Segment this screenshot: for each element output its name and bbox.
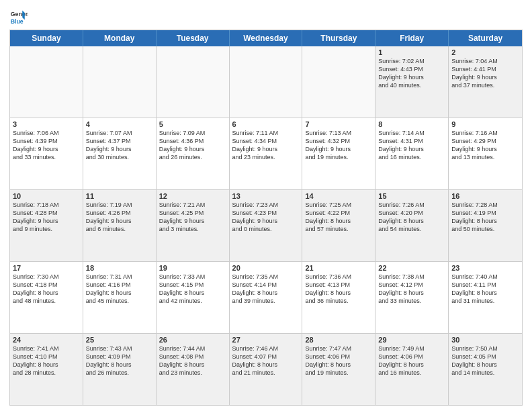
empty-cell-0-0 <box>10 46 83 118</box>
day-cell-11: 11Sunrise: 7:19 AM Sunset: 4:26 PM Dayli… <box>83 190 157 261</box>
day-cell-7: 7Sunrise: 7:13 AM Sunset: 4:32 PM Daylig… <box>302 118 375 189</box>
header-day-monday: Monday <box>83 30 157 46</box>
day-cell-14: 14Sunrise: 7:25 AM Sunset: 4:22 PM Dayli… <box>302 190 375 261</box>
day-cell-9: 9Sunrise: 7:16 AM Sunset: 4:29 PM Daylig… <box>449 118 522 189</box>
day-info: Sunrise: 7:38 AM Sunset: 4:12 PM Dayligh… <box>378 273 445 306</box>
day-cell-12: 12Sunrise: 7:21 AM Sunset: 4:25 PM Dayli… <box>157 190 230 261</box>
svg-text:General: General <box>11 11 28 17</box>
day-info: Sunrise: 7:30 AM Sunset: 4:18 PM Dayligh… <box>13 273 80 306</box>
calendar-header: SundayMondayTuesdayWednesdayThursdayFrid… <box>10 30 522 46</box>
day-cell-13: 13Sunrise: 7:23 AM Sunset: 4:23 PM Dayli… <box>230 190 303 261</box>
day-number: 6 <box>232 120 300 128</box>
day-cell-15: 15Sunrise: 7:26 AM Sunset: 4:20 PM Dayli… <box>375 190 449 261</box>
page: General Blue SundayMondayTuesdayWednesda… <box>0 0 532 411</box>
day-number: 11 <box>86 192 153 200</box>
day-info: Sunrise: 7:07 AM Sunset: 4:37 PM Dayligh… <box>86 129 153 162</box>
day-cell-22: 22Sunrise: 7:38 AM Sunset: 4:12 PM Dayli… <box>375 262 449 333</box>
calendar-body: 1Sunrise: 7:02 AM Sunset: 4:43 PM Daylig… <box>10 46 522 405</box>
day-number: 12 <box>159 192 226 200</box>
day-info: Sunrise: 7:18 AM Sunset: 4:28 PM Dayligh… <box>13 201 80 234</box>
svg-text:Blue: Blue <box>11 18 24 25</box>
day-info: Sunrise: 7:43 AM Sunset: 4:09 PM Dayligh… <box>86 345 153 377</box>
day-number: 3 <box>13 120 80 128</box>
day-info: Sunrise: 7:49 AM Sunset: 4:06 PM Dayligh… <box>378 345 445 377</box>
day-number: 10 <box>13 192 80 200</box>
day-info: Sunrise: 7:06 AM Sunset: 4:39 PM Dayligh… <box>13 129 80 162</box>
empty-cell-0-1 <box>83 46 157 118</box>
day-cell-16: 16Sunrise: 7:28 AM Sunset: 4:19 PM Dayli… <box>449 190 522 261</box>
day-info: Sunrise: 7:50 AM Sunset: 4:05 PM Dayligh… <box>451 345 519 377</box>
day-number: 15 <box>378 192 445 200</box>
logo-icon: General Blue <box>9 8 28 27</box>
day-number: 28 <box>305 336 372 344</box>
day-number: 2 <box>451 48 519 56</box>
day-cell-25: 25Sunrise: 7:43 AM Sunset: 4:09 PM Dayli… <box>83 334 157 405</box>
calendar-row-2: 10Sunrise: 7:18 AM Sunset: 4:28 PM Dayli… <box>10 189 522 261</box>
header-day-saturday: Saturday <box>449 30 522 46</box>
day-info: Sunrise: 7:04 AM Sunset: 4:41 PM Dayligh… <box>451 57 519 90</box>
day-number: 20 <box>232 264 300 272</box>
day-number: 5 <box>159 120 226 128</box>
day-info: Sunrise: 7:23 AM Sunset: 4:23 PM Dayligh… <box>232 201 300 234</box>
day-number: 22 <box>378 264 445 272</box>
day-number: 23 <box>451 264 519 272</box>
header-day-wednesday: Wednesday <box>230 30 303 46</box>
day-cell-4: 4Sunrise: 7:07 AM Sunset: 4:37 PM Daylig… <box>83 118 157 189</box>
day-number: 8 <box>378 120 445 128</box>
day-info: Sunrise: 7:41 AM Sunset: 4:10 PM Dayligh… <box>13 345 80 377</box>
day-info: Sunrise: 7:11 AM Sunset: 4:34 PM Dayligh… <box>232 129 300 162</box>
calendar-row-3: 17Sunrise: 7:30 AM Sunset: 4:18 PM Dayli… <box>10 261 522 333</box>
day-number: 14 <box>305 192 372 200</box>
day-cell-2: 2Sunrise: 7:04 AM Sunset: 4:41 PM Daylig… <box>449 46 522 118</box>
day-cell-20: 20Sunrise: 7:35 AM Sunset: 4:14 PM Dayli… <box>230 262 303 333</box>
day-number: 26 <box>159 336 226 344</box>
day-number: 9 <box>451 120 519 128</box>
day-cell-1: 1Sunrise: 7:02 AM Sunset: 4:43 PM Daylig… <box>375 46 449 118</box>
logo: General Blue <box>9 8 31 27</box>
day-cell-6: 6Sunrise: 7:11 AM Sunset: 4:34 PM Daylig… <box>230 118 303 189</box>
day-cell-10: 10Sunrise: 7:18 AM Sunset: 4:28 PM Dayli… <box>10 190 83 261</box>
day-cell-29: 29Sunrise: 7:49 AM Sunset: 4:06 PM Dayli… <box>375 334 449 405</box>
day-info: Sunrise: 7:02 AM Sunset: 4:43 PM Dayligh… <box>378 57 445 90</box>
day-cell-3: 3Sunrise: 7:06 AM Sunset: 4:39 PM Daylig… <box>10 118 83 189</box>
day-cell-24: 24Sunrise: 7:41 AM Sunset: 4:10 PM Dayli… <box>10 334 83 405</box>
day-number: 25 <box>86 336 153 344</box>
day-info: Sunrise: 7:14 AM Sunset: 4:31 PM Dayligh… <box>378 129 445 162</box>
header-day-sunday: Sunday <box>10 30 83 46</box>
day-info: Sunrise: 7:33 AM Sunset: 4:15 PM Dayligh… <box>159 273 226 306</box>
header-row: General Blue <box>9 7 523 27</box>
day-cell-23: 23Sunrise: 7:40 AM Sunset: 4:11 PM Dayli… <box>449 262 522 333</box>
calendar-row-0: 1Sunrise: 7:02 AM Sunset: 4:43 PM Daylig… <box>10 46 522 118</box>
empty-cell-0-2 <box>157 46 230 118</box>
day-info: Sunrise: 7:16 AM Sunset: 4:29 PM Dayligh… <box>451 129 519 162</box>
day-info: Sunrise: 7:25 AM Sunset: 4:22 PM Dayligh… <box>305 201 372 234</box>
day-info: Sunrise: 7:13 AM Sunset: 4:32 PM Dayligh… <box>305 129 372 162</box>
header-day-friday: Friday <box>375 30 449 46</box>
day-cell-17: 17Sunrise: 7:30 AM Sunset: 4:18 PM Dayli… <box>10 262 83 333</box>
day-cell-19: 19Sunrise: 7:33 AM Sunset: 4:15 PM Dayli… <box>157 262 230 333</box>
day-cell-5: 5Sunrise: 7:09 AM Sunset: 4:36 PM Daylig… <box>157 118 230 189</box>
day-info: Sunrise: 7:31 AM Sunset: 4:16 PM Dayligh… <box>86 273 153 306</box>
day-number: 1 <box>378 48 445 56</box>
day-number: 7 <box>305 120 372 128</box>
day-number: 17 <box>13 264 80 272</box>
empty-cell-0-3 <box>230 46 303 118</box>
header-day-tuesday: Tuesday <box>157 30 230 46</box>
day-number: 16 <box>451 192 519 200</box>
day-cell-28: 28Sunrise: 7:47 AM Sunset: 4:06 PM Dayli… <box>302 334 375 405</box>
day-number: 19 <box>159 264 226 272</box>
day-number: 29 <box>378 336 445 344</box>
day-cell-21: 21Sunrise: 7:36 AM Sunset: 4:13 PM Dayli… <box>302 262 375 333</box>
day-info: Sunrise: 7:47 AM Sunset: 4:06 PM Dayligh… <box>305 345 372 377</box>
day-info: Sunrise: 7:28 AM Sunset: 4:19 PM Dayligh… <box>451 201 519 234</box>
calendar-row-1: 3Sunrise: 7:06 AM Sunset: 4:39 PM Daylig… <box>10 118 522 189</box>
day-number: 30 <box>451 336 519 344</box>
day-info: Sunrise: 7:09 AM Sunset: 4:36 PM Dayligh… <box>159 129 226 162</box>
calendar: SundayMondayTuesdayWednesdayThursdayFrid… <box>9 30 523 406</box>
header-day-thursday: Thursday <box>302 30 375 46</box>
day-number: 13 <box>232 192 300 200</box>
day-info: Sunrise: 7:21 AM Sunset: 4:25 PM Dayligh… <box>159 201 226 234</box>
day-number: 21 <box>305 264 372 272</box>
day-info: Sunrise: 7:35 AM Sunset: 4:14 PM Dayligh… <box>232 273 300 306</box>
day-number: 27 <box>232 336 300 344</box>
